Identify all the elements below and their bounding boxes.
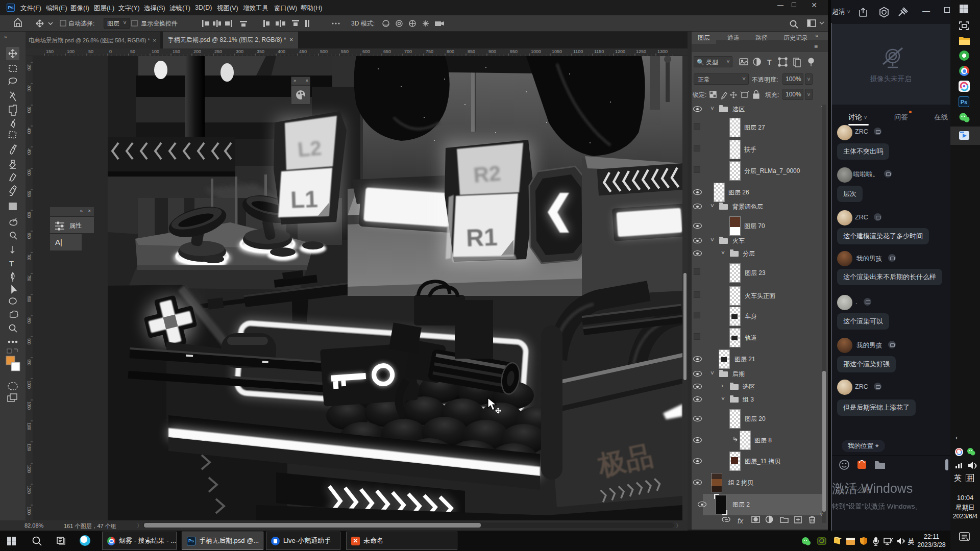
svg-text:350: 350	[257, 49, 264, 54]
svg-text:350: 350	[27, 107, 32, 113]
svg-text:500: 500	[27, 169, 32, 176]
svg-text:600: 600	[362, 49, 370, 54]
svg-text:400: 400	[27, 128, 32, 134]
svg-text:400: 400	[278, 49, 285, 54]
svg-text:50: 50	[88, 49, 93, 54]
svg-text:300: 300	[236, 49, 243, 54]
svg-text:200: 200	[193, 49, 201, 54]
svg-text:1000: 1000	[27, 381, 32, 389]
svg-text:900: 900	[488, 49, 496, 54]
svg-text:950: 950	[510, 49, 518, 54]
svg-text:0: 0	[109, 49, 112, 54]
svg-text:1300: 1300	[27, 507, 32, 515]
svg-text:L1: L1	[290, 186, 318, 213]
svg-text:»: »	[4, 34, 7, 40]
svg-text:1250: 1250	[636, 49, 646, 54]
svg-text:150: 150	[46, 49, 54, 54]
svg-text:250: 250	[214, 49, 222, 54]
svg-text:50: 50	[130, 49, 135, 54]
svg-text:900: 900	[27, 338, 32, 344]
svg-text:1250: 1250	[27, 486, 32, 494]
svg-text:R1: R1	[465, 223, 498, 252]
svg-text:1100: 1100	[573, 49, 583, 54]
svg-text:850: 850	[27, 317, 32, 323]
svg-text:100: 100	[152, 49, 159, 54]
svg-text:1200: 1200	[27, 465, 32, 473]
svg-text:1050: 1050	[552, 49, 562, 54]
svg-text:450: 450	[27, 148, 32, 155]
svg-text:950: 950	[27, 359, 32, 365]
svg-text:700: 700	[27, 254, 32, 260]
svg-text:800: 800	[447, 49, 454, 54]
svg-text:100: 100	[67, 49, 75, 54]
svg-text:R2: R2	[473, 161, 502, 187]
svg-text:750: 750	[426, 49, 433, 54]
svg-text:1050: 1050	[27, 402, 32, 410]
svg-text:650: 650	[27, 233, 32, 239]
svg-text:250: 250	[27, 64, 32, 70]
svg-text:850: 850	[468, 49, 475, 54]
svg-text:750: 750	[27, 275, 32, 281]
svg-text:fx: fx	[738, 517, 744, 525]
svg-text:3D 模式:: 3D 模式:	[351, 20, 375, 27]
svg-text:L2: L2	[297, 137, 322, 161]
svg-text:700: 700	[404, 49, 412, 54]
svg-text:1100: 1100	[27, 422, 32, 431]
svg-text:1000: 1000	[531, 49, 541, 54]
svg-text:550: 550	[341, 49, 349, 54]
svg-text:550: 550	[27, 191, 32, 197]
svg-text:1300: 1300	[657, 49, 668, 54]
svg-text:150: 150	[173, 49, 180, 54]
svg-text:300: 300	[27, 85, 32, 91]
svg-text:T: T	[9, 259, 14, 268]
svg-text:1150: 1150	[27, 443, 32, 452]
svg-text:800: 800	[27, 296, 32, 302]
svg-text:500: 500	[320, 49, 328, 54]
svg-text:英: 英	[908, 537, 914, 545]
svg-text:1200: 1200	[615, 49, 625, 54]
svg-text:650: 650	[383, 49, 391, 54]
svg-text:600: 600	[27, 212, 32, 218]
svg-text:1150: 1150	[594, 49, 604, 54]
svg-text:450: 450	[299, 49, 307, 54]
